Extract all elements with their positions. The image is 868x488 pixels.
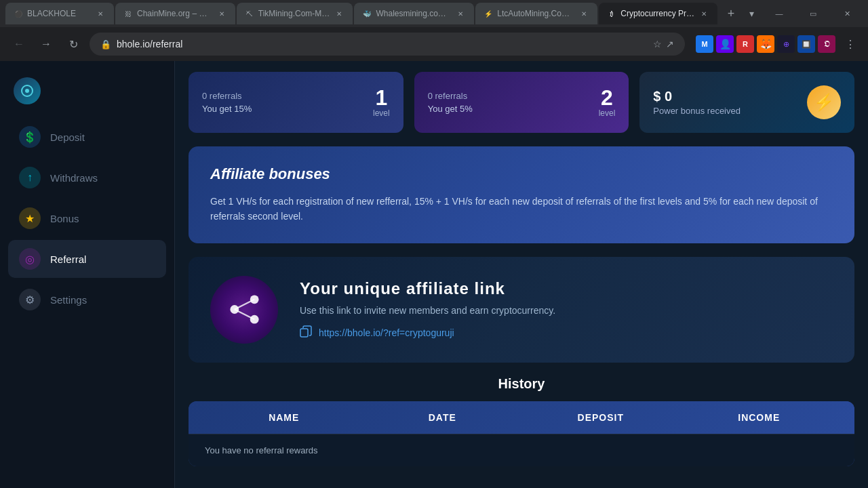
svg-point-1: [25, 89, 29, 93]
svg-line-6: [234, 310, 254, 320]
ref-power-label: Power bonus received: [653, 106, 741, 116]
svg-line-5: [234, 300, 254, 310]
share-icon[interactable]: ↗: [666, 39, 674, 49]
sidebar-item-settings[interactable]: ⚙ Settings: [8, 281, 166, 319]
tab-end-controls: ▾ — ▭ ✕: [742, 4, 863, 23]
ref-level-text-2: level: [599, 108, 616, 118]
lock-icon: 🔒: [100, 39, 111, 49]
ref-level-badge-2: 2 level: [599, 87, 616, 118]
maximize-button[interactable]: ▭: [797, 4, 829, 23]
extension-3[interactable]: R: [736, 35, 754, 53]
refresh-button[interactable]: ↻: [62, 33, 84, 55]
history-table: NAME DATE DEPOSIT INCOME You have no ref…: [189, 401, 854, 466]
svg-point-2: [250, 296, 258, 304]
address-bar[interactable]: 🔒 bhole.io/referral ☆ ↗: [90, 33, 685, 56]
affiliate-bonuses-card: Affiliate bonuses Get 1 VH/s for each re…: [189, 146, 854, 243]
referral-icon: ◎: [19, 248, 41, 270]
history-empty-message: You have no referral rewards: [189, 434, 854, 466]
tab-close-cryptocurrency[interactable]: ✕: [698, 8, 709, 19]
sidebar-logo: [0, 72, 174, 118]
ref-card-1-count: 0 referrals: [202, 91, 252, 101]
bookmark-icon[interactable]: ☆: [653, 39, 662, 49]
ref-dollar-info: $ 0 Power bonus received: [653, 89, 741, 116]
sidebar-item-bonus[interactable]: ★ Bonus: [8, 199, 166, 237]
back-button[interactable]: ←: [8, 33, 30, 55]
history-col-deposit: DEPOSIT: [521, 412, 680, 423]
ref-level-num-2: 2: [601, 87, 613, 108]
history-title: History: [189, 376, 854, 392]
sidebar-item-referral[interactable]: ◎ Referral: [8, 240, 166, 278]
settings-icon: ⚙: [19, 289, 41, 310]
ref-card-2-info: 0 referrals You get 5%: [428, 91, 473, 114]
affiliate-url-text: https://bhole.io/?ref=cryptoguruji: [319, 327, 454, 338]
tab-close-blackhole[interactable]: ✕: [95, 8, 106, 19]
tab-ltcautomining[interactable]: ⚡ LtcAutoMining.Com... ✕: [475, 3, 597, 24]
extension-1[interactable]: M: [696, 35, 713, 53]
tab-close-ltcautomining[interactable]: ✕: [578, 8, 589, 19]
sidebar-label-bonus: Bonus: [50, 213, 79, 224]
tab-label-tikmining: TikMining.Com-Mi...: [258, 9, 330, 18]
bonus-icon: ★: [19, 207, 41, 229]
tab-cryptocurrency[interactable]: ₿ Cryptocurrency Pri... ✕: [599, 3, 717, 24]
tab-bar: ⚫ BLACKHOLE ✕ ⛓ ChainMine.org – M... ✕ ⛏…: [0, 0, 868, 27]
tab-label-chainmine: ChainMine.org – M...: [137, 9, 212, 18]
deposit-icon: 💲: [19, 126, 41, 148]
affiliate-bonuses-title: Affiliate bonuses: [210, 165, 833, 183]
affiliate-link-title: Your unique affiliate link: [300, 279, 555, 298]
minimize-button[interactable]: —: [764, 4, 795, 23]
svg-rect-7: [300, 329, 308, 337]
referral-card-level1: 0 referrals You get 15% 1 level: [189, 72, 403, 133]
content-area: 0 referrals You get 15% 1 level 0 referr…: [175, 61, 868, 488]
history-col-income: INCOME: [680, 412, 839, 423]
ref-level-text-1: level: [373, 108, 390, 118]
sidebar-label-deposit: Deposit: [50, 131, 85, 143]
referral-card-power: $ 0 Power bonus received ⚡: [639, 72, 854, 133]
forward-button[interactable]: →: [35, 33, 57, 55]
tab-label-blackhole: BLACKHOLE: [27, 9, 91, 18]
affiliate-link-url[interactable]: https://bhole.io/?ref=cryptoguruji: [300, 325, 555, 340]
tab-close-tikmining[interactable]: ✕: [334, 8, 344, 19]
close-button[interactable]: ✕: [831, 4, 863, 23]
sidebar-item-withdraws[interactable]: ↑ Withdraws: [8, 159, 166, 197]
extension-7[interactable]: 𝕺: [818, 35, 835, 53]
sidebar-label-settings: Settings: [50, 294, 87, 306]
address-text: bhole.io/referral: [117, 39, 648, 49]
copy-icon: [300, 325, 312, 340]
tab-label-cryptocurrency: Cryptocurrency Pri...: [620, 9, 694, 18]
tab-close-whalesmining[interactable]: ✕: [455, 8, 466, 19]
svg-point-3: [250, 315, 258, 324]
tab-chainmine[interactable]: ⛓ ChainMine.org – M... ✕: [115, 3, 235, 24]
ref-card-1-get: You get 15%: [202, 104, 252, 114]
sidebar-nav: 💲 Deposit ↑ Withdraws ★ Bonus ◎ Referral…: [0, 118, 174, 319]
affiliate-link-card: Your unique affiliate link Use this link…: [189, 257, 854, 363]
tab-whalesmining[interactable]: 🐳 Whalesmining.com... ✕: [354, 3, 474, 24]
tab-blackhole[interactable]: ⚫ BLACKHOLE ✕: [5, 3, 114, 24]
browser-extensions: M 👤 R 🦊 ⊕ 🔲 𝕺: [696, 35, 835, 53]
browser-menu-button[interactable]: ⋮: [841, 35, 860, 54]
history-header: NAME DATE DEPOSIT INCOME: [189, 401, 854, 434]
sidebar-label-withdraws: Withdraws: [50, 172, 98, 184]
address-icons: ☆ ↗: [653, 39, 674, 49]
tab-favicon-chainmine: ⛓: [123, 9, 133, 18]
tab-favicon-blackhole: ⚫: [14, 9, 23, 18]
tab-tikmining[interactable]: ⛏ TikMining.Com-Mi... ✕: [237, 3, 353, 24]
new-tab-button[interactable]: +: [722, 4, 741, 23]
extension-2[interactable]: 👤: [716, 35, 734, 53]
extension-6[interactable]: 🔲: [797, 35, 815, 53]
referral-cards: 0 referrals You get 15% 1 level 0 referr…: [189, 61, 854, 133]
extension-4[interactable]: 🦊: [757, 35, 774, 53]
affiliate-link-description: Use this link to invite new members and …: [300, 305, 555, 316]
sidebar-item-deposit[interactable]: 💲 Deposit: [8, 118, 166, 156]
extension-5[interactable]: ⊕: [777, 35, 795, 53]
history-col-name: NAME: [205, 412, 363, 423]
tab-favicon-ltcautomining: ⚡: [484, 9, 493, 18]
browser-chrome: ⚫ BLACKHOLE ✕ ⛓ ChainMine.org – M... ✕ ⛏…: [0, 0, 868, 61]
ref-card-2-get: You get 5%: [428, 104, 473, 114]
ref-level-num-1: 1: [375, 87, 387, 108]
affiliate-link-content: Your unique affiliate link Use this link…: [300, 279, 555, 340]
sidebar-label-referral: Referral: [50, 253, 86, 265]
tab-close-chainmine[interactable]: ✕: [216, 8, 227, 19]
affiliate-bonuses-text: Get 1 VH/s for each registration of new …: [210, 194, 833, 224]
tab-list-button[interactable]: ▾: [742, 4, 761, 23]
ref-power-amount: $ 0: [653, 89, 741, 104]
